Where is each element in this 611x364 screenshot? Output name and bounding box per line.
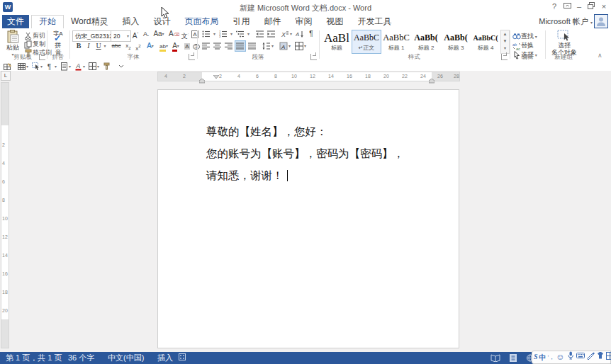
styles-scrollbar[interactable]: ▲▼▾ <box>500 30 510 54</box>
font-dialog-launcher[interactable] <box>189 54 195 60</box>
print-layout-icon[interactable] <box>509 354 522 362</box>
qat-page-button[interactable]: ▾ <box>60 62 71 71</box>
underline-dropdown[interactable]: ▾ <box>102 41 108 51</box>
qat-format-painter-button[interactable] <box>102 62 111 71</box>
document-line[interactable]: 您的账号为【账号】，密码为【密码】， <box>206 143 404 165</box>
bullets-dropdown[interactable]: ▾ <box>212 29 217 39</box>
superscript-button[interactable]: x2 <box>133 41 143 51</box>
status-insert-mode[interactable]: 插入 <box>157 353 173 363</box>
tab-selector-button[interactable]: L <box>1 71 11 81</box>
font-color-button[interactable]: A▾ <box>170 41 181 51</box>
decrease-indent-button[interactable] <box>255 29 265 39</box>
status-language[interactable]: 中文(中国) <box>108 353 144 363</box>
read-mode-icon[interactable] <box>491 354 503 362</box>
ime-handwriting-icon[interactable] <box>586 351 595 364</box>
macro-record-icon[interactable] <box>179 353 186 363</box>
editing-find-button[interactable]: 查找 ▾ <box>512 32 537 41</box>
multilevel-dropdown[interactable]: ▾ <box>246 29 251 39</box>
tab-7[interactable]: 邮件 <box>257 15 288 28</box>
editing-replace-button[interactable]: abac替换 <box>512 41 534 50</box>
qat-borders-button[interactable]: ▾ <box>88 62 99 71</box>
collapse-ribbon-button[interactable]: ∧ <box>598 52 602 59</box>
bold-button[interactable]: B <box>74 41 84 51</box>
qat-paragraph-mark-button[interactable]: ¶▾ <box>45 62 57 71</box>
increase-indent-button[interactable] <box>267 29 276 39</box>
document-text[interactable]: 尊敬的【姓名】，您好：您的账号为【账号】，密码为【密码】，请知悉，谢谢！ <box>206 121 404 187</box>
tab-3[interactable]: 插入 <box>115 15 146 28</box>
tab-10[interactable]: 开发工具 <box>350 15 398 28</box>
style-card-4[interactable]: AaBb(标题 2 <box>411 30 441 54</box>
account-avatar-icon[interactable] <box>594 14 608 28</box>
ime-language-toggle[interactable]: 中 <box>539 351 546 363</box>
qat-more-button[interactable] <box>116 62 125 71</box>
horizontal-ruler[interactable]: 42246810121416182022242628 <box>157 72 460 81</box>
tab-8[interactable]: 审阅 <box>288 15 319 28</box>
change-case-button[interactable]: Aa▾ <box>152 29 166 39</box>
multilevel-list-button[interactable] <box>235 29 245 39</box>
clear-formatting-button[interactable]: A⌫ <box>169 29 179 39</box>
style-card-2[interactable]: AaBbC↵正文 <box>352 30 381 54</box>
sogou-ime-bar[interactable]: S中’，☺ <box>532 351 611 364</box>
tab-6[interactable]: 引用 <box>225 15 257 28</box>
left-indent-marker[interactable] <box>199 76 205 85</box>
numbering-button[interactable]: 123 <box>218 29 228 39</box>
ime-emoji-button[interactable]: ☺ <box>556 351 564 363</box>
style-card-5[interactable]: AaBb(标题 3 <box>441 30 471 54</box>
line-spacing-button[interactable]: ▾ <box>261 41 275 51</box>
vertical-ruler[interactable]: 2468101214161820 <box>1 82 9 348</box>
restore-button[interactable] <box>585 1 597 12</box>
tab-file[interactable]: 文件 <box>2 15 29 28</box>
show-hide-marks-button[interactable]: ¶ <box>306 29 316 39</box>
distribute-button[interactable] <box>247 41 257 51</box>
help-button[interactable]: ? <box>549 1 560 12</box>
phonetic-guide-button[interactable]: 文: <box>180 29 190 39</box>
text-effects-button[interactable]: A▾ <box>144 41 157 51</box>
sogou-logo-icon[interactable]: S <box>534 351 538 363</box>
ime-keyboard-icon[interactable] <box>576 351 585 363</box>
ime-toolbox-icon[interactable] <box>606 351 611 363</box>
status-page-count[interactable]: 第 1 页，共 1 页 <box>6 353 62 363</box>
styles-dialog-launcher[interactable] <box>501 54 508 60</box>
italic-button[interactable]: I <box>84 41 94 51</box>
qat-font-color-button[interactable]: A▾ <box>74 62 85 71</box>
align-center-button[interactable] <box>213 41 223 51</box>
minimize-button[interactable]: – <box>573 1 585 12</box>
grow-font-button[interactable]: Aˆ <box>130 29 140 39</box>
document-line[interactable]: 请知悉，谢谢！ <box>206 165 404 187</box>
justify-button[interactable] <box>235 41 245 51</box>
bullets-button[interactable] <box>201 29 211 39</box>
tab-9[interactable]: 视图 <box>319 15 350 28</box>
qat-table-button[interactable]: ▾ <box>17 62 28 71</box>
character-border-button[interactable]: A <box>190 29 200 39</box>
qat-draw-table-button[interactable] <box>3 62 12 71</box>
account-label[interactable]: Microsoft 帐户 ▾ <box>539 16 593 27</box>
style-card-1[interactable]: AaBl标题 <box>322 30 352 54</box>
paragraph-dialog-launcher[interactable] <box>310 54 317 60</box>
font-size-combo[interactable]: 20▾ <box>111 30 131 42</box>
asian-layout-button[interactable]: X▾ <box>279 29 293 39</box>
ime-skin-icon[interactable] <box>596 351 605 363</box>
numbering-dropdown[interactable]: ▾ <box>229 29 234 39</box>
close-button[interactable]: × <box>598 1 610 12</box>
align-left-button[interactable] <box>201 41 211 51</box>
align-right-button[interactable] <box>224 41 234 51</box>
first-line-indent-marker[interactable] <box>213 72 219 81</box>
document-page[interactable]: 尊敬的【姓名】，您好：您的账号为【账号】，密码为【密码】，请知悉，谢谢！ <box>157 89 459 348</box>
shading-button[interactable]: A▾ <box>278 41 292 51</box>
qat-select-objects-button[interactable]: ▾ <box>31 62 43 71</box>
tab-1[interactable]: 开始 <box>31 15 64 28</box>
tab-5[interactable]: 页面布局 <box>177 15 225 28</box>
ime-mic-icon[interactable] <box>566 351 575 363</box>
ime-punctuation-toggle[interactable]: ’， <box>548 351 555 363</box>
character-shading-button[interactable]: A <box>182 41 192 51</box>
right-indent-marker[interactable] <box>429 76 435 85</box>
borders-button[interactable]: ▾ <box>293 41 308 51</box>
ribbon-display-options-button[interactable] <box>561 1 573 12</box>
font-name-combo[interactable]: 仿宋_GB2312▾ <box>72 30 111 42</box>
subscript-button[interactable]: x2 <box>123 41 133 51</box>
clipboard-dialog-launcher[interactable] <box>39 54 45 60</box>
shrink-font-button[interactable]: Aˇ <box>141 29 151 39</box>
enclose-characters-button[interactable]: 字 <box>191 41 201 51</box>
style-card-6[interactable]: AaBbC(标题 4 <box>471 30 500 54</box>
highlight-button[interactable]: ab▾ <box>157 41 170 51</box>
